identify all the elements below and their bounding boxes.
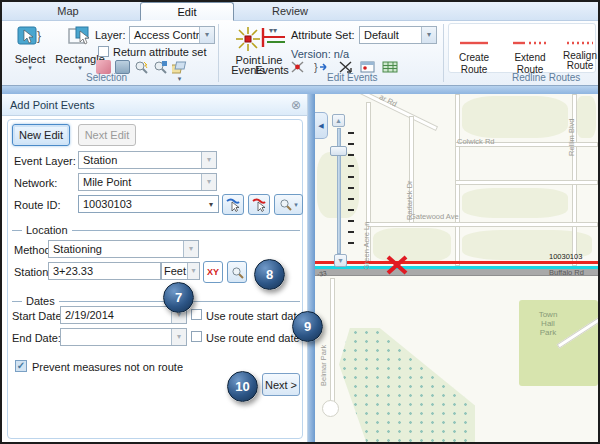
create-route-button[interactable]: Create Route	[450, 27, 498, 75]
svg-text:}: }	[314, 61, 318, 73]
next-button[interactable]: Next >	[262, 373, 300, 396]
use-route-end-date-checkbox[interactable]	[191, 331, 202, 342]
zoom-in-button[interactable]: ▲	[332, 114, 345, 127]
callout-8: 8	[254, 259, 285, 290]
road-gatewood-ave	[366, 222, 598, 227]
road-label: Colwick Rd	[457, 137, 495, 146]
road-label: Green Acre Ln	[362, 222, 371, 270]
zoom-tick	[348, 143, 354, 145]
chevron-down-icon[interactable]: ▾	[183, 241, 198, 257]
end-date-label: End Date:	[12, 332, 61, 344]
select-button[interactable]: } Select ▾	[8, 25, 52, 71]
select-route-on-map-button[interactable]	[222, 194, 244, 215]
method-value: Stationing	[49, 243, 183, 255]
road-horizontal	[455, 180, 598, 185]
selectable-layers-icon[interactable]: ▾	[172, 60, 187, 74]
chevron-down-icon: ▾	[294, 201, 298, 209]
road-label: Gatewood Ave	[410, 212, 459, 221]
use-route-end-date-label: Use route end date	[206, 332, 300, 344]
split-event-icon[interactable]	[290, 60, 305, 74]
zoom-tick	[348, 220, 354, 222]
station-search-button[interactable]	[227, 261, 247, 283]
tab-review[interactable]: Review	[254, 2, 326, 21]
return-attribute-set-checkbox[interactable]	[98, 46, 109, 57]
group-separator	[218, 24, 219, 82]
event-layer-value: Station	[79, 154, 201, 166]
panel-header: Add Point Events ⊗	[2, 94, 307, 116]
zoom-tick	[348, 165, 354, 167]
realign-route-icon	[565, 27, 595, 49]
map-view[interactable]: Buffalo Rd 10030103 -33 ar Rd Colwick Rd…	[315, 94, 598, 442]
town-hall-park-label: Town Hall Park	[532, 310, 564, 337]
chevron-down-icon[interactable]: ▾	[187, 263, 199, 279]
route-clear-icon	[251, 197, 267, 212]
chevron-down-icon[interactable]: ▾	[201, 174, 216, 190]
zoom-to-selection-icon[interactable]	[134, 60, 149, 74]
station-input[interactable]: 3+23.33	[48, 262, 161, 280]
zoom-tick	[348, 132, 354, 134]
panel-title: Add Point Events	[10, 99, 94, 111]
layer-combobox[interactable]: Access Control ▾	[129, 26, 215, 44]
xy-icon: XY	[207, 267, 219, 277]
zoom-slider-handle[interactable]	[330, 146, 347, 156]
layer-value: Access Control	[130, 29, 199, 41]
end-date-picker[interactable]: ▾	[60, 328, 187, 346]
cul-de-sac	[322, 400, 339, 417]
tab-map[interactable]: Map	[22, 2, 114, 21]
close-icon[interactable]: ⊗	[291, 94, 301, 116]
start-date-value: 2/19/2014	[61, 309, 171, 321]
zoom-tick	[348, 198, 354, 200]
chevron-down-icon[interactable]: ▾	[199, 27, 214, 43]
chevron-down-icon[interactable]: ▾	[201, 152, 216, 168]
line-events-icon: ▾▾	[255, 25, 289, 53]
panel-map-splitter[interactable]	[308, 94, 315, 442]
rectangle-select-icon	[66, 25, 94, 51]
route-redline	[315, 261, 598, 264]
chevron-down-icon[interactable]: ▾	[171, 329, 186, 345]
xy-coordinates-button[interactable]: XY	[203, 261, 223, 283]
line-events-button[interactable]: ▾▾ Line Events	[254, 25, 290, 75]
realign-route-button[interactable]: Realign Route	[560, 27, 600, 71]
zoom-out-button[interactable]: ▼	[334, 254, 347, 267]
network-value: Mile Point	[79, 176, 201, 188]
use-route-start-date-label: Use route start date	[206, 310, 303, 322]
clear-route-selection-button[interactable]	[248, 194, 270, 215]
marsh-area	[339, 328, 475, 442]
location-section-label: Location	[26, 224, 68, 236]
use-route-start-date-checkbox[interactable]	[191, 309, 202, 320]
route-id-combobox[interactable]: 10030103 ▾	[78, 195, 219, 213]
layer-label: Layer:	[95, 29, 126, 41]
attribute-set-combobox[interactable]: Default ▾	[359, 26, 437, 44]
collapse-panel-arrow[interactable]: ◀	[315, 112, 328, 139]
ribbon: } Select ▾ Rectangle ▾ Layer: Access Con…	[2, 21, 598, 86]
map-land-block	[462, 96, 568, 138]
chevron-down-icon[interactable]: ▾	[421, 27, 436, 43]
event-layer-combobox[interactable]: Station ▾	[78, 151, 217, 169]
group-separator	[443, 24, 444, 82]
units-combobox[interactable]: Feet ▾	[161, 262, 200, 280]
zoom-to-next-selection-icon[interactable]	[153, 60, 168, 74]
selection-group-label: Selection	[86, 72, 127, 83]
route-search-button[interactable]: ▾	[274, 194, 303, 215]
network-combobox[interactable]: Mile Point ▾	[78, 173, 217, 191]
magnifier-icon	[231, 266, 244, 279]
create-route-label: Create Route	[459, 52, 489, 75]
route-number-label: 10030103	[549, 252, 582, 261]
chevron-down-icon[interactable]: ▾	[204, 200, 218, 209]
buffalo-rd-label: Buffalo Rd	[549, 268, 584, 277]
tab-edit[interactable]: Edit	[140, 2, 234, 21]
content-divider	[2, 86, 598, 94]
zoom-tick	[348, 176, 354, 178]
prevent-measures-checkbox[interactable]: ✓	[15, 360, 27, 372]
event-table-icon[interactable]	[382, 60, 397, 74]
new-edit-button[interactable]: New Edit	[12, 124, 70, 146]
station-label: Station:	[14, 266, 51, 278]
event-location-x-marker	[385, 254, 409, 276]
zoom-tick	[348, 154, 354, 156]
zoom-tick	[348, 209, 354, 211]
next-edit-button[interactable]: Next Edit	[78, 124, 136, 146]
event-editor-window: Map Edit Review } Select ▾ Rectangle ▾	[0, 0, 600, 444]
method-combobox[interactable]: Stationing ▾	[48, 240, 199, 258]
extend-route-button[interactable]: Extend Route	[504, 27, 556, 75]
select-icon: }	[16, 25, 44, 51]
